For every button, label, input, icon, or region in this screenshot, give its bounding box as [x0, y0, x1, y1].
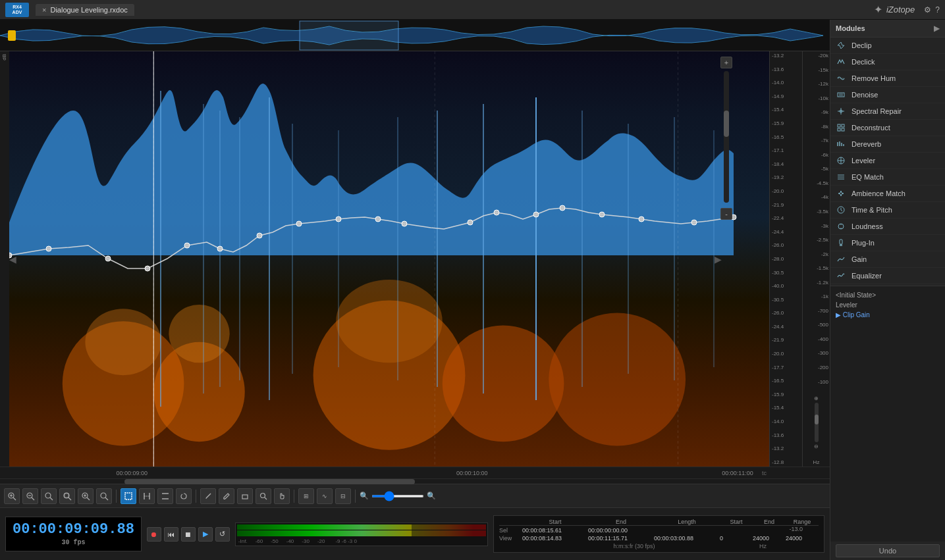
- spectrogram-view[interactable]: ▶ + -: [9, 51, 769, 467]
- level-meter-top: [237, 524, 486, 530]
- tool-zoom-out-freq[interactable]: [96, 488, 112, 504]
- fps-label: 30 fps: [13, 539, 134, 547]
- time-ruler-bottom: 00:00:09:00 00:00:10:00 00:00:11:00 tc: [0, 467, 830, 478]
- waveform-overview[interactable]: [0, 20, 830, 51]
- svg-line-77: [265, 497, 267, 499]
- spectral-repair-icon: [836, 106, 846, 116]
- svg-rect-75: [242, 495, 248, 499]
- brand-name: iZotope: [886, 5, 915, 14]
- transport-controls: ⏺ ⏮ ⏹ ▶ ↺: [147, 527, 230, 542]
- module-deconstruct[interactable]: Deconstruct: [830, 120, 945, 136]
- svg-point-31: [217, 246, 223, 251]
- module-plug-in[interactable]: Plug-In: [830, 235, 945, 251]
- history-leveler[interactable]: Leveler: [836, 300, 940, 310]
- module-equalizer[interactable]: Equalizer: [830, 268, 945, 284]
- stop-button[interactable]: ⏹: [181, 527, 196, 542]
- tool-time-select[interactable]: [139, 488, 155, 504]
- tool-process-chain[interactable]: ⊞: [298, 488, 314, 504]
- freq-zoom-out[interactable]: ⊖: [814, 444, 819, 449]
- svg-point-29: [145, 266, 150, 271]
- module-denoise[interactable]: Denoise: [830, 87, 945, 103]
- record-button[interactable]: ⏺: [147, 527, 161, 542]
- help-icon[interactable]: ?: [935, 5, 940, 14]
- module-dereverb[interactable]: Dereverb: [830, 136, 945, 153]
- module-declick[interactable]: Declick: [830, 54, 945, 70]
- svg-point-41: [599, 212, 605, 217]
- zoom-slider[interactable]: [371, 495, 424, 497]
- declick-label: Declick: [851, 58, 875, 66]
- undo-button[interactable]: Undo: [836, 544, 940, 557]
- svg-point-27: [46, 246, 51, 251]
- svg-rect-60: [65, 494, 68, 497]
- svg-point-37: [468, 220, 473, 225]
- tab-modified-indicator: ×: [42, 6, 46, 14]
- tool-lasso[interactable]: [176, 488, 192, 504]
- tool-snap[interactable]: ⊟: [335, 488, 351, 504]
- svg-point-32: [257, 233, 262, 238]
- prev-button[interactable]: ⏮: [164, 527, 178, 542]
- ambience-match-icon: [836, 188, 846, 199]
- tab-filename: Dialogue Leveling.rxdoc: [50, 6, 127, 14]
- tool-pencil[interactable]: [200, 488, 216, 504]
- zoom-tools: + -: [720, 57, 732, 220]
- level-right-label: -13.0: [789, 526, 803, 532]
- zoom-in-button[interactable]: +: [720, 57, 732, 68]
- plug-in-icon: [836, 238, 846, 248]
- toolbar: ⊞ ∿ ⊟ 🔍 🔍: [0, 484, 830, 507]
- pan-left-button[interactable]: ◀: [9, 254, 16, 265]
- history-initial[interactable]: <Initial State>: [836, 290, 940, 300]
- sel-end: 00:00:00:00.00: [588, 527, 654, 534]
- tool-freq-select[interactable]: [157, 488, 173, 504]
- dereverb-label: Dereverb: [851, 140, 881, 148]
- tool-brush[interactable]: [219, 488, 234, 504]
- svg-point-8: [85, 309, 161, 375]
- module-remove-hum[interactable]: Remove Hum: [830, 70, 945, 87]
- modules-expand[interactable]: ▶: [934, 24, 940, 33]
- module-loudness[interactable]: Loudness: [830, 218, 945, 235]
- history-clip-gain[interactable]: ▶ Clip Gain: [836, 310, 940, 320]
- vertical-scroll[interactable]: [724, 71, 729, 203]
- tool-fade[interactable]: ∿: [317, 488, 333, 504]
- timecode-display: 00:00:09:09.88 30 fps: [5, 517, 142, 551]
- tool-zoom-sel[interactable]: [59, 488, 75, 504]
- tool-select[interactable]: [121, 488, 136, 504]
- svg-point-56: [45, 493, 51, 498]
- spectrogram-container: dB ◀: [0, 51, 830, 467]
- svg-point-38: [494, 210, 499, 215]
- svg-line-54: [32, 497, 34, 500]
- toolbar-separator-4: [355, 490, 356, 503]
- module-gain[interactable]: Gain: [830, 251, 945, 268]
- module-leveler[interactable]: Leveler: [830, 153, 945, 169]
- tool-hand[interactable]: [274, 488, 290, 504]
- zoom-out-button[interactable]: -: [720, 208, 732, 220]
- loudness-icon: [836, 221, 846, 232]
- freq-zoom-in[interactable]: ⊕: [814, 395, 819, 401]
- svg-line-59: [68, 497, 71, 500]
- zoom-out-icon: 🔍: [427, 492, 436, 500]
- tool-zoom-in-time[interactable]: [4, 488, 20, 504]
- deconstruct-label: Deconstruct: [851, 124, 890, 132]
- transport-bar: 00:00:09:09.88 30 fps ⏺ ⏮ ⏹ ▶ ↺: [0, 507, 830, 560]
- view-end: 00:00:11:15.71: [588, 535, 654, 542]
- module-eq-match[interactable]: EQ Match: [830, 169, 945, 186]
- tool-eraser[interactable]: [237, 488, 253, 504]
- loop-button[interactable]: ↺: [215, 527, 230, 542]
- tool-zoom-out-time[interactable]: [22, 488, 38, 504]
- play-button[interactable]: ▶: [198, 527, 213, 542]
- module-ambience-match[interactable]: Ambience Match: [830, 186, 945, 202]
- app-logo: RX4ADV: [5, 3, 29, 17]
- module-spectral-repair[interactable]: Spectral Repair: [830, 103, 945, 120]
- tool-magnify[interactable]: [256, 488, 271, 504]
- svg-line-73: [206, 494, 211, 498]
- tool-zoom-full[interactable]: [41, 488, 57, 504]
- module-time-pitch[interactable]: Time & Pitch: [830, 202, 945, 218]
- time-pitch-label: Time & Pitch: [851, 206, 892, 214]
- settings-icon[interactable]: ⚙: [924, 5, 931, 14]
- module-declip[interactable]: Declip: [830, 38, 945, 54]
- pan-right-button[interactable]: ▶: [715, 254, 722, 265]
- tool-zoom-in-freq[interactable]: [78, 488, 94, 504]
- hz-start: 0: [720, 535, 753, 542]
- db-scale: -13.2 -13.6 -14.0 -14.9 -15.4 -15.9 -16.…: [769, 51, 802, 467]
- document-tab[interactable]: × Dialogue Leveling.rxdoc: [36, 4, 134, 16]
- horizontal-scrollbar[interactable]: [0, 478, 830, 484]
